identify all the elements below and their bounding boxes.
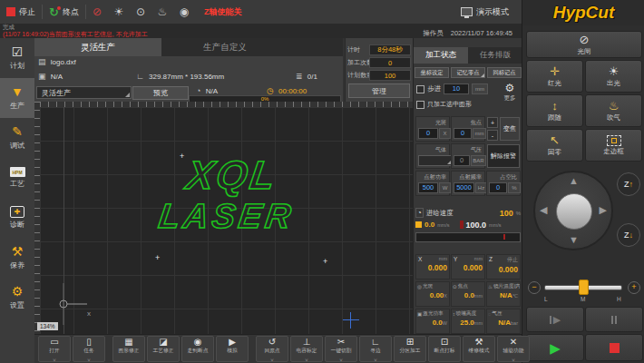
laser-head-position-marker: [343, 312, 359, 329]
laser-toggle-icon[interactable]: ☀: [108, 4, 130, 20]
sidebar-item-process[interactable]: HPM 工艺: [0, 158, 34, 198]
tab-custom-production[interactable]: 生产自定义: [161, 38, 288, 56]
sidebar-item-debug[interactable]: ✎ 调试: [0, 118, 34, 158]
blow-gas-button[interactable]: ♨ 吹气: [585, 94, 642, 127]
shutter-toggle-icon[interactable]: ⊘: [86, 4, 108, 20]
jog-pad[interactable]: ▲ ▼ ◀ ▶: [533, 171, 613, 250]
alarm-toggle-icon[interactable]: ◉: [173, 4, 195, 20]
sidebar-item-maintenance[interactable]: ⚒ 保养: [0, 238, 34, 278]
stop-machining-button[interactable]: [585, 334, 643, 361]
preview-button[interactable]: 预览: [132, 86, 189, 100]
sidebar-item-settings[interactable]: ⚙ 设置: [0, 278, 34, 318]
focus-plus-button[interactable]: +: [487, 117, 498, 128]
endpoint-button[interactable]: ↻ 终点: [43, 0, 85, 24]
sidebar-item-diagnosis[interactable]: ✚ 诊断: [0, 198, 34, 238]
manage-button[interactable]: 管理: [348, 83, 410, 98]
return-mark-point-button[interactable]: 回标记点: [487, 67, 522, 78]
home-button[interactable]: ↖ 回零: [526, 129, 583, 162]
maintenance-mode-button[interactable]: ⚒维修模式: [463, 336, 495, 362]
follow-button[interactable]: ↕ 跟随: [526, 94, 583, 127]
debug-icon: ✎: [12, 125, 23, 139]
goto-breakpoint-button[interactable]: ◉走到断点: [181, 336, 214, 362]
simulate-button[interactable]: ▶模拟: [216, 336, 249, 362]
path-marker: +: [155, 254, 160, 261]
auxiliary-functions-button[interactable]: ✕辅助功能: [497, 336, 530, 362]
mode-dropdown[interactable]: 灵活生产: [36, 86, 132, 99]
slider-minus-button[interactable]: −: [528, 281, 541, 294]
endpoint-label: 终点: [63, 6, 79, 18]
step-checkbox[interactable]: [416, 85, 424, 93]
z-up-button[interactable]: Z↑: [617, 172, 640, 196]
only-selected-row: 只加工选中图形: [416, 100, 472, 109]
jog-center-knob[interactable]: [556, 193, 592, 230]
breakpoint-marking-button[interactable]: ⊡断点打标: [428, 336, 461, 362]
pause-button[interactable]: [585, 307, 643, 332]
step-run-button[interactable]: ▶: [526, 307, 584, 332]
jog-left-button[interactable]: ◀: [540, 205, 547, 215]
demo-mode-button[interactable]: 演示模式: [461, 0, 509, 24]
slider-plus-button[interactable]: +: [628, 281, 640, 294]
operator-label: 操作员: [423, 29, 444, 38]
tab-machining-status[interactable]: 加工状态: [414, 47, 468, 64]
sidebar-item-plan[interactable]: ☑ 计划: [0, 38, 34, 78]
open-button[interactable]: ▭打开: [38, 336, 71, 362]
capacitance-calibration-button[interactable]: ⊥电容标定: [290, 336, 323, 362]
stop-button[interactable]: 停止: [0, 0, 42, 24]
task-button[interactable]: ▯任务: [73, 336, 105, 362]
stack-icon: ≣: [296, 72, 303, 81]
jog-right-button[interactable]: ▶: [600, 205, 607, 215]
edge-finding-button[interactable]: ∟寻边: [359, 336, 392, 362]
zone-machining-button[interactable]: ⊞分区加工: [394, 336, 426, 362]
jog-up-button[interactable]: ▲: [569, 176, 579, 186]
clear-alarm-button[interactable]: 解除报警: [487, 144, 520, 168]
one-key-cut-button[interactable]: ✂一键切割: [325, 336, 357, 362]
burst-frequency-input[interactable]: 5000: [454, 182, 474, 193]
burst-power-input[interactable]: 500: [418, 182, 438, 193]
focus-minus-button[interactable]: -: [487, 130, 498, 141]
focus-input[interactable]: 0: [454, 128, 472, 139]
z-down-button[interactable]: Z↓: [617, 223, 640, 247]
start-button[interactable]: ▶: [526, 334, 584, 361]
emit-light-button[interactable]: ☀ 出光: [585, 60, 642, 93]
sidebar-item-production[interactable]: ▼ 生产: [0, 78, 34, 118]
origin-axis-marker: x: [47, 283, 96, 325]
red-light-button[interactable]: ✛ 红光: [526, 60, 583, 93]
pin-icon: ◉: [194, 337, 202, 348]
top-toolbar: 停止 ↻ 终点 ⊘ ☀ ⊙ ♨ ◉ Z轴使能关 演示模式: [0, 0, 522, 25]
z-axis-warning: Z轴使能关: [204, 6, 242, 18]
jog-down-button[interactable]: ▼: [569, 235, 579, 245]
tab-task-layout[interactable]: 任务排版: [468, 47, 522, 64]
memory-zero-button[interactable]: 记忆零点: [451, 67, 485, 78]
zoom-focus-button[interactable]: 变焦: [500, 117, 520, 141]
count-value: 0: [369, 57, 411, 68]
nozzle-height-icon: ↕: [453, 311, 455, 317]
slider-handle[interactable]: [579, 280, 589, 295]
pressure-input[interactable]: 0: [454, 155, 470, 166]
gas-cell: 气体: [415, 143, 450, 169]
machine-control-panel: ⊘ 光闸 ✛ 红光 ☀ 出光 ↕ 跟随 ♨ 吹气 ↖ 回零 走边框 ▲ ▼ ◀ …: [522, 25, 644, 363]
machining-status-panel: 加工状态 任务排版 坐标设定 记忆零点 回标记点 步进 10 mm 只加工选中图…: [413, 38, 522, 334]
gas-dropdown[interactable]: [418, 155, 454, 166]
return-origin-button[interactable]: ↺回原点: [256, 336, 288, 362]
x-coordinate: 0.000: [416, 263, 449, 272]
shutter-button[interactable]: ⊘ 光闸: [526, 31, 642, 58]
graphic-correction-button[interactable]: ▦图形修正: [112, 336, 145, 362]
drawing-canvas[interactable]: XQL LASER + + + x 134%: [34, 102, 413, 334]
only-selected-checkbox[interactable]: [416, 101, 424, 109]
set-coordinates-button[interactable]: 坐标设定: [415, 67, 449, 78]
step-input[interactable]: 10: [444, 83, 469, 94]
spot-input[interactable]: 0: [418, 128, 438, 139]
blow-toggle-icon[interactable]: ♨: [151, 4, 173, 20]
tab-flexible-production[interactable]: 灵活生产: [34, 38, 161, 56]
maintenance-icon: ⚒: [12, 245, 24, 259]
process-correction-button[interactable]: ◪工艺修正: [147, 336, 180, 362]
duty-cycle-input[interactable]: 0: [489, 182, 507, 193]
material-info: ▣ N/A: [38, 72, 63, 81]
more-button[interactable]: ⚙ 更多: [499, 82, 521, 103]
feed-speed-slider[interactable]: [415, 232, 521, 242]
plan-value[interactable]: 100: [369, 70, 411, 81]
thermometer-icon: ♨: [488, 284, 493, 289]
run-frame-button[interactable]: 走边框: [585, 129, 642, 162]
follow-toggle-icon[interactable]: ⊙: [130, 4, 151, 20]
min-speed: 0.0: [424, 221, 434, 229]
